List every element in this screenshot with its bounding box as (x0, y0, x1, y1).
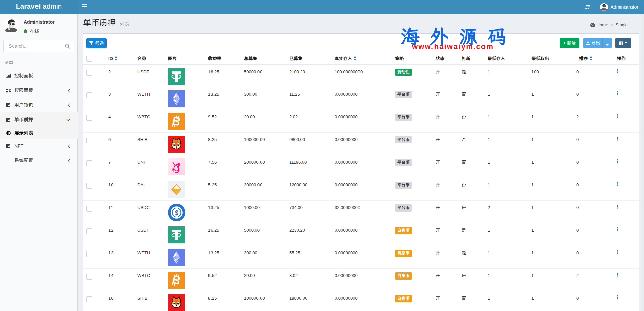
svg-text:$: $ (175, 209, 178, 216)
